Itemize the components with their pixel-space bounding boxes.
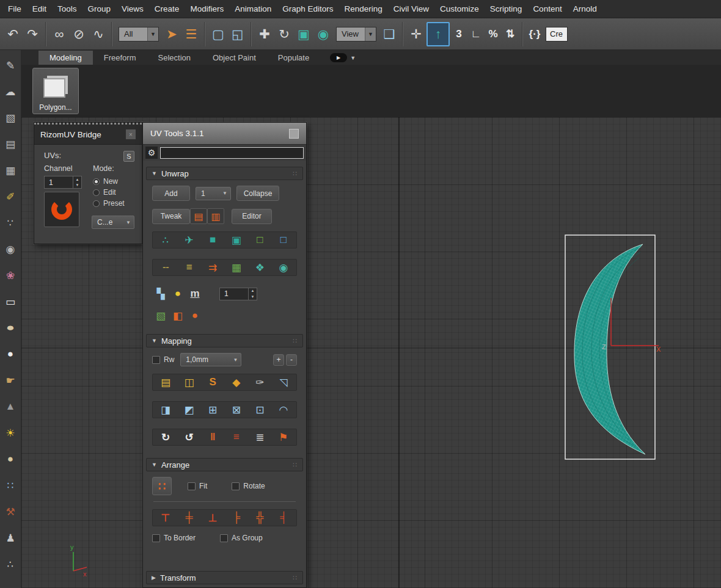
percent-snap-icon[interactable]: %	[485, 23, 501, 45]
claw-mesh-object[interactable]	[574, 244, 645, 454]
menu-modifiers[interactable]: Modifiers	[185, 0, 229, 18]
rw-checkbox[interactable]: Rw	[152, 355, 174, 364]
named-selection-sets-icon[interactable]: {·}	[527, 23, 543, 45]
angle-snap-icon[interactable]: ∟	[468, 23, 484, 45]
lightbulb-icon[interactable]: ●	[169, 286, 186, 301]
undo-icon[interactable]: ↶	[4, 23, 22, 45]
align-lines-icon[interactable]: ≣	[251, 430, 268, 445]
rollout-transform-header[interactable]: ▶ Transform ∷	[146, 571, 303, 584]
window-crossing-icon[interactable]: ◱	[229, 23, 247, 45]
blue-frame-icon[interactable]: □	[275, 233, 292, 247]
dashed-seam-icon[interactable]: ╌	[157, 260, 174, 275]
menu-content[interactable]: Content	[527, 0, 567, 18]
chevron-down-icon[interactable]: ▼	[365, 27, 376, 41]
menu-file[interactable]: File	[2, 0, 27, 18]
pencil-tool-icon[interactable]: ✎	[4, 59, 17, 72]
relax-icon[interactable]: ⇉	[204, 260, 221, 275]
bind-to-space-warp-icon[interactable]: ∿	[89, 23, 108, 45]
preset-dropdown[interactable]: C...e ▼	[92, 216, 134, 229]
sun-light-icon[interactable]: ☀	[4, 426, 17, 440]
scatter-points-icon[interactable]: ∴	[157, 233, 174, 247]
rollout-arrange-header[interactable]: ▼ Arrange ∷	[146, 458, 303, 471]
pack-grid-icon[interactable]: ⊞	[204, 402, 221, 417]
plus-button[interactable]: +	[273, 354, 284, 366]
search-input[interactable]	[160, 147, 304, 159]
hard-edges-icon[interactable]: ≡	[181, 260, 198, 275]
chevron-down-icon[interactable]: ▼	[147, 27, 158, 41]
checkbox-icon[interactable]	[152, 356, 160, 364]
redo-icon[interactable]: ↷	[23, 23, 42, 45]
document-tool-icon[interactable]: ▤	[4, 137, 17, 151]
hammer-tool-icon[interactable]: ⚒	[4, 505, 17, 518]
cluster-tool-icon[interactable]: ∵	[4, 216, 17, 230]
rollout-mapping-header[interactable]: ▼ Mapping ∷	[146, 334, 303, 347]
peel-icon[interactable]: ▥	[207, 208, 224, 224]
cube-preview-icon[interactable]: ◧	[169, 308, 186, 323]
rectangular-selection-icon[interactable]: ▢	[209, 23, 227, 45]
spinner-up-icon[interactable]: ▲	[249, 288, 257, 294]
uv-tools-titlebar[interactable]: UV Tools 3.1.1	[143, 123, 306, 145]
quad-fill-icon[interactable]: ■	[204, 233, 221, 247]
settings-s-button[interactable]: S	[123, 151, 134, 162]
select-by-name-icon[interactable]: ☰	[182, 23, 200, 45]
fit-plane-icon[interactable]: ◹	[275, 375, 292, 390]
box-map-icon[interactable]: ▣	[228, 233, 245, 247]
checkbox-icon[interactable]	[232, 482, 240, 490]
spinner-snap-icon[interactable]: ⇅	[502, 23, 518, 45]
menu-graph-editors[interactable]: Graph Editors	[277, 0, 339, 18]
fit-checkbox[interactable]: Fit	[188, 482, 207, 490]
select-and-place-icon[interactable]: ◉	[314, 23, 332, 45]
collapse-button[interactable]: Collapse	[236, 186, 279, 201]
texel-size-dropdown[interactable]: 1,0mm ▼	[180, 353, 241, 366]
radio-preset[interactable]: Preset	[93, 199, 125, 208]
select-and-manipulate-icon[interactable]: ✛	[407, 23, 425, 45]
menu-edit[interactable]: Edit	[27, 0, 52, 18]
panel-float-icon[interactable]: ×	[126, 129, 136, 139]
align-center-h-icon[interactable]: ╪	[181, 510, 198, 525]
flatten-icon[interactable]: ▤	[190, 208, 207, 224]
menu-animation[interactable]: Animation	[229, 0, 277, 18]
radio-edit[interactable]: Edit	[93, 188, 125, 197]
add-button[interactable]: Add	[152, 186, 190, 201]
texture-image-icon[interactable]: ▧	[152, 308, 169, 323]
flag-icon[interactable]: ⚑	[275, 430, 292, 445]
ribbon-media-control[interactable]: ▶ ▼	[330, 53, 356, 62]
pack-cross-icon[interactable]: ⊠	[228, 402, 245, 417]
menu-views[interactable]: Views	[116, 0, 149, 18]
pick-pipette-icon[interactable]: ✑	[251, 375, 268, 390]
tab-populate[interactable]: Populate	[267, 51, 320, 65]
menu-group[interactable]: Group	[82, 0, 117, 18]
select-object-icon[interactable]: ➤	[163, 23, 181, 45]
radio-button-icon[interactable]	[93, 178, 100, 185]
sphere-primitive-icon[interactable]: ●	[4, 452, 17, 466]
checkbox-icon[interactable]	[220, 534, 228, 542]
hand-tool-icon[interactable]: ☛	[4, 374, 17, 387]
scatter-tool-icon[interactable]: ∷	[4, 479, 17, 492]
rizomuv-launch-button[interactable]	[44, 192, 79, 227]
menu-civil-view[interactable]: Civil View	[388, 0, 434, 18]
send-icon[interactable]: ✈	[181, 233, 198, 247]
circle-primitive-icon[interactable]: ●	[4, 347, 17, 361]
pack-left-icon[interactable]: ◨	[157, 402, 174, 417]
pack-top-icon[interactable]: ◩	[181, 402, 198, 417]
menu-tools[interactable]: Tools	[52, 0, 82, 18]
sphere-map-icon[interactable]: ◉	[275, 260, 292, 275]
panel-float-icon[interactable]	[289, 129, 299, 139]
menu-create[interactable]: Create	[149, 0, 185, 18]
spinner-down-icon[interactable]: ▼	[73, 183, 81, 189]
rollout-unwrap-header[interactable]: ▼ Unwrap ∷	[146, 167, 303, 180]
selection-filter-dropdown[interactable]: All ▼	[119, 27, 159, 42]
tab-modeling[interactable]: Modeling	[38, 51, 93, 65]
pack-dot-icon[interactable]: ⊡	[251, 402, 268, 417]
flowers-tool-icon[interactable]: ❀	[4, 269, 17, 282]
grid-tool-icon[interactable]: ▦	[4, 164, 17, 177]
eye-tool-icon[interactable]: ◉	[4, 242, 17, 256]
mirror-active-icon[interactable]: ↑	[426, 22, 450, 46]
menu-scripting[interactable]: Scripting	[485, 0, 528, 18]
minus-button[interactable]: -	[286, 354, 297, 366]
planar-map-icon[interactable]: ▤	[157, 375, 174, 390]
spinner-up-icon[interactable]: ▲	[73, 176, 81, 183]
checkbox-icon[interactable]	[188, 482, 196, 490]
box-map2-icon[interactable]: ◫	[181, 375, 198, 390]
clover-icon[interactable]: ❖	[251, 260, 268, 275]
